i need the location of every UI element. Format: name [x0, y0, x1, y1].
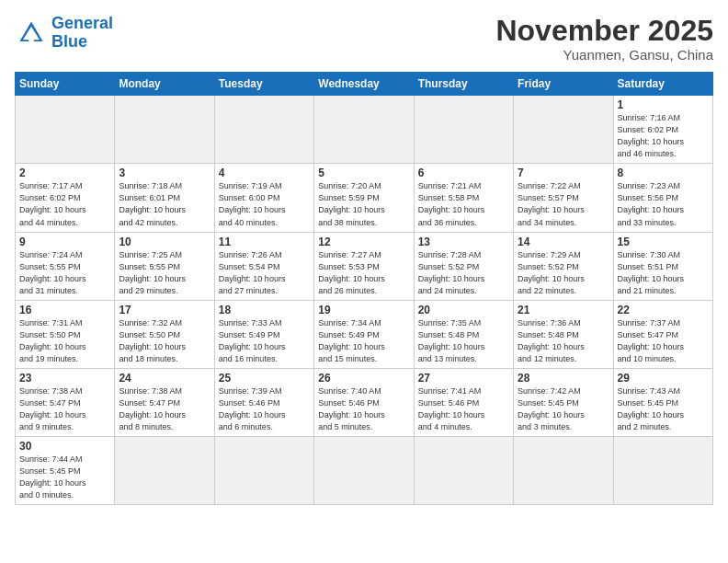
day-num-8: 8 [618, 167, 709, 179]
day-1: 1 Sunrise: 7:16 AMSunset: 6:02 PMDayligh… [613, 96, 712, 164]
day-4: 4 Sunrise: 7:19 AMSunset: 6:00 PMDayligh… [214, 164, 313, 232]
day-num-13: 13 [418, 236, 509, 248]
day-num-2: 2 [19, 167, 110, 179]
day-num-12: 12 [318, 236, 409, 248]
empty-cell [115, 96, 214, 164]
day-num-22: 22 [618, 304, 709, 316]
empty-cell [514, 96, 613, 164]
empty-cell [16, 96, 115, 164]
day-num-5: 5 [318, 167, 409, 179]
day-16: 16 Sunrise: 7:31 AMSunset: 5:50 PMDaylig… [16, 300, 115, 368]
weekday-header-row: Sunday Monday Tuesday Wednesday Thursday… [16, 73, 713, 96]
day-info-1: Sunrise: 7:16 AMSunset: 6:02 PMDaylight:… [618, 113, 685, 158]
day-19: 19 Sunrise: 7:34 AMSunset: 5:49 PMDaylig… [314, 300, 414, 368]
day-24: 24 Sunrise: 7:38 AMSunset: 5:47 PMDaylig… [115, 368, 214, 436]
day-num-25: 25 [219, 372, 310, 385]
day-num-24: 24 [119, 372, 210, 385]
day-29: 29 Sunrise: 7:43 AMSunset: 5:45 PMDaylig… [613, 368, 712, 436]
empty-cell [314, 96, 414, 164]
day-info-2: Sunrise: 7:17 AMSunset: 6:02 PMDaylight:… [19, 181, 86, 226]
day-info-21: Sunrise: 7:36 AMSunset: 5:48 PMDaylight:… [518, 318, 585, 363]
day-num-16: 16 [19, 304, 110, 316]
header-tuesday: Tuesday [214, 73, 313, 96]
day-num-7: 7 [518, 167, 609, 179]
empty-cell [214, 96, 313, 164]
day-25: 25 Sunrise: 7:39 AMSunset: 5:46 PMDaylig… [214, 368, 313, 436]
day-info-15: Sunrise: 7:30 AMSunset: 5:51 PMDaylight:… [618, 250, 685, 295]
day-28: 28 Sunrise: 7:42 AMSunset: 5:45 PMDaylig… [514, 368, 613, 436]
day-7: 7 Sunrise: 7:22 AMSunset: 5:57 PMDayligh… [514, 164, 613, 232]
location: Yuanmen, Gansu, China [495, 47, 713, 63]
logo: General Blue [15, 15, 113, 52]
day-num-26: 26 [318, 372, 409, 385]
day-27: 27 Sunrise: 7:41 AMSunset: 5:46 PMDaylig… [414, 368, 513, 436]
day-num-3: 3 [119, 167, 210, 179]
empty-cell [314, 437, 414, 505]
day-15: 15 Sunrise: 7:30 AMSunset: 5:51 PMDaylig… [613, 232, 712, 300]
header: General Blue November 2025 Yuanmen, Gans… [15, 15, 713, 63]
day-info-9: Sunrise: 7:24 AMSunset: 5:55 PMDaylight:… [19, 250, 86, 295]
day-info-4: Sunrise: 7:19 AMSunset: 6:00 PMDaylight:… [219, 181, 286, 226]
day-num-15: 15 [618, 236, 709, 248]
day-info-18: Sunrise: 7:33 AMSunset: 5:49 PMDaylight:… [219, 318, 286, 363]
day-info-5: Sunrise: 7:20 AMSunset: 5:59 PMDaylight:… [318, 181, 385, 226]
day-6: 6 Sunrise: 7:21 AMSunset: 5:58 PMDayligh… [414, 164, 513, 232]
day-info-12: Sunrise: 7:27 AMSunset: 5:53 PMDaylight:… [318, 250, 385, 295]
logo-blue: Blue [51, 32, 87, 51]
empty-cell [414, 96, 513, 164]
day-info-24: Sunrise: 7:38 AMSunset: 5:47 PMDaylight:… [119, 386, 186, 431]
day-info-7: Sunrise: 7:22 AMSunset: 5:57 PMDaylight:… [518, 181, 585, 226]
day-10: 10 Sunrise: 7:25 AMSunset: 5:55 PMDaylig… [115, 232, 214, 300]
day-18: 18 Sunrise: 7:33 AMSunset: 5:49 PMDaylig… [214, 300, 313, 368]
day-30: 30 Sunrise: 7:44 AMSunset: 5:45 PMDaylig… [16, 437, 115, 505]
empty-cell [514, 437, 613, 505]
empty-cell [115, 437, 214, 505]
week-row-3: 9 Sunrise: 7:24 AMSunset: 5:55 PMDayligh… [16, 232, 713, 300]
empty-cell [414, 437, 513, 505]
week-row-1: 1 Sunrise: 7:16 AMSunset: 6:02 PMDayligh… [16, 96, 713, 164]
day-info-3: Sunrise: 7:18 AMSunset: 6:01 PMDaylight:… [119, 181, 186, 226]
day-num-21: 21 [518, 304, 609, 316]
day-14: 14 Sunrise: 7:29 AMSunset: 5:52 PMDaylig… [514, 232, 613, 300]
day-num-14: 14 [518, 236, 609, 248]
day-num-30: 30 [19, 440, 110, 453]
day-num-17: 17 [119, 304, 210, 316]
day-num-10: 10 [119, 236, 210, 248]
day-info-30: Sunrise: 7:44 AMSunset: 5:45 PMDaylight:… [19, 454, 86, 500]
logo-icon [15, 17, 48, 50]
day-info-29: Sunrise: 7:43 AMSunset: 5:45 PMDaylight:… [618, 386, 685, 431]
day-info-26: Sunrise: 7:40 AMSunset: 5:46 PMDaylight:… [318, 386, 385, 431]
day-info-27: Sunrise: 7:41 AMSunset: 5:46 PMDaylight:… [418, 386, 485, 431]
logo-general: General [51, 14, 113, 32]
empty-cell [613, 437, 712, 505]
logo-text: General Blue [51, 15, 113, 52]
day-11: 11 Sunrise: 7:26 AMSunset: 5:54 PMDaylig… [214, 232, 313, 300]
day-22: 22 Sunrise: 7:37 AMSunset: 5:47 PMDaylig… [613, 300, 712, 368]
day-info-23: Sunrise: 7:38 AMSunset: 5:47 PMDaylight:… [19, 386, 86, 431]
day-26: 26 Sunrise: 7:40 AMSunset: 5:46 PMDaylig… [314, 368, 414, 436]
header-wednesday: Wednesday [314, 73, 414, 96]
day-info-25: Sunrise: 7:39 AMSunset: 5:46 PMDaylight:… [219, 386, 286, 431]
day-num-1: 1 [618, 98, 709, 111]
month-title: November 2025 [495, 15, 713, 47]
day-13: 13 Sunrise: 7:28 AMSunset: 5:52 PMDaylig… [414, 232, 513, 300]
day-info-28: Sunrise: 7:42 AMSunset: 5:45 PMDaylight:… [518, 386, 585, 431]
title-block: November 2025 Yuanmen, Gansu, China [495, 15, 713, 63]
day-info-19: Sunrise: 7:34 AMSunset: 5:49 PMDaylight:… [318, 318, 385, 363]
day-info-17: Sunrise: 7:32 AMSunset: 5:50 PMDaylight:… [119, 318, 186, 363]
day-info-8: Sunrise: 7:23 AMSunset: 5:56 PMDaylight:… [618, 181, 685, 226]
day-info-13: Sunrise: 7:28 AMSunset: 5:52 PMDaylight:… [418, 250, 485, 295]
day-20: 20 Sunrise: 7:35 AMSunset: 5:48 PMDaylig… [414, 300, 513, 368]
header-thursday: Thursday [414, 73, 513, 96]
week-row-5: 23 Sunrise: 7:38 AMSunset: 5:47 PMDaylig… [16, 368, 713, 436]
header-sunday: Sunday [16, 73, 115, 96]
day-3: 3 Sunrise: 7:18 AMSunset: 6:01 PMDayligh… [115, 164, 214, 232]
day-17: 17 Sunrise: 7:32 AMSunset: 5:50 PMDaylig… [115, 300, 214, 368]
calendar: Sunday Monday Tuesday Wednesday Thursday… [15, 72, 713, 505]
header-saturday: Saturday [613, 73, 712, 96]
day-num-27: 27 [418, 372, 509, 385]
day-num-28: 28 [518, 372, 609, 385]
week-row-2: 2 Sunrise: 7:17 AMSunset: 6:02 PMDayligh… [16, 164, 713, 232]
day-2: 2 Sunrise: 7:17 AMSunset: 6:02 PMDayligh… [16, 164, 115, 232]
day-info-14: Sunrise: 7:29 AMSunset: 5:52 PMDaylight:… [518, 250, 585, 295]
